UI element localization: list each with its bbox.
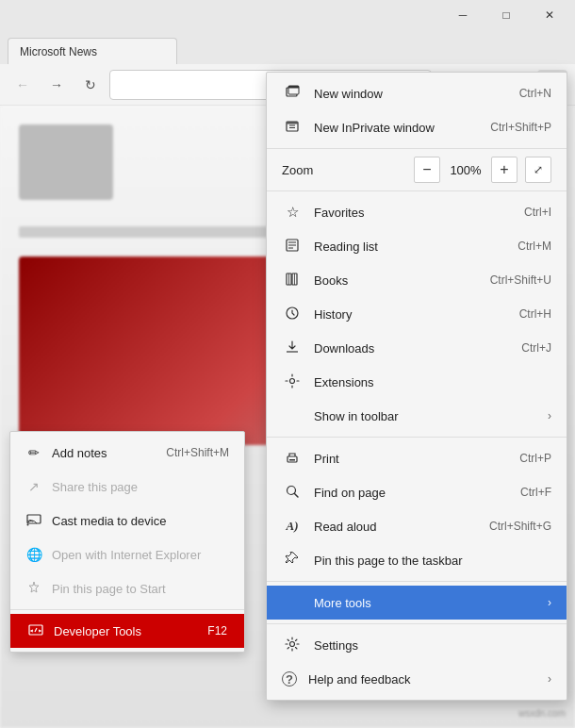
menu-reading-list[interactable]: Reading list Ctrl+M <box>267 229 567 263</box>
extensions-icon <box>282 373 303 391</box>
inprivate-label: New InPrivate window <box>314 121 435 135</box>
browser-window: ─ □ ✕ Microsoft News ← → ↻ ☆ A ↗ ··· <box>0 0 575 728</box>
separator-4 <box>267 581 567 582</box>
books-shortcut: Ctrl+Shift+U <box>483 273 551 287</box>
pin-start-icon <box>25 580 42 598</box>
share-page-icon: ↗ <box>25 479 42 494</box>
pin-start-label: Pin this page to Start <box>52 582 166 596</box>
more-tools-label: More tools <box>314 596 371 610</box>
context-open-ie: 🌐 Open with Internet Explorer <box>10 538 244 571</box>
inprivate-shortcut: Ctrl+Shift+P <box>483 121 551 134</box>
dropdown-menu: New window Ctrl+N New InPrivate window C… <box>266 72 567 701</box>
close-button[interactable]: ✕ <box>528 0 571 30</box>
cast-label: Cast media to device <box>52 514 166 528</box>
help-feedback-label: Help and feedback <box>308 672 410 687</box>
read-aloud-label: Read aloud <box>314 520 377 534</box>
refresh-button[interactable]: ↻ <box>75 70 106 100</box>
pin-taskbar-icon <box>282 552 303 570</box>
svg-rect-0 <box>27 515 41 523</box>
zoom-label: Zoom <box>282 163 406 177</box>
menu-read-aloud[interactable]: A) Read aloud Ctrl+Shift+G <box>267 509 567 543</box>
read-aloud-shortcut: Ctrl+Shift+G <box>482 520 551 533</box>
context-add-notes[interactable]: ✏ Add notes Ctrl+Shift+M <box>10 436 244 470</box>
history-label: History <box>314 307 352 322</box>
favorites-label: Favorites <box>314 206 364 220</box>
menu-help-feedback[interactable]: ? Help and feedback › <box>267 662 567 696</box>
tab-bar: Microsoft News <box>0 30 575 64</box>
downloads-icon <box>282 339 303 357</box>
downloads-label: Downloads <box>314 341 374 356</box>
menu-more-tools[interactable]: More tools › <box>267 586 567 620</box>
svg-rect-22 <box>289 459 295 461</box>
menu-extensions[interactable]: Extensions <box>267 365 567 399</box>
ie-icon: 🌐 <box>25 547 42 562</box>
menu-find-on-page[interactable]: Find on page Ctrl+F <box>267 475 567 509</box>
zoom-row: Zoom − 100% + ⤢ <box>267 153 567 187</box>
menu-downloads[interactable]: Downloads Ctrl+J <box>267 331 567 365</box>
history-shortcut: Ctrl+H <box>512 307 551 321</box>
context-share-page: ↗ Share this page <box>10 470 244 504</box>
reading-list-icon <box>282 238 303 256</box>
menu-new-window[interactable]: New window Ctrl+N <box>267 76 567 110</box>
menu-show-toolbar[interactable]: Show in toolbar › <box>267 399 567 433</box>
context-cast-media[interactable]: Cast media to device <box>10 504 244 538</box>
help-chevron: › <box>548 672 551 686</box>
add-notes-label: Add notes <box>52 446 107 460</box>
svg-point-25 <box>290 641 295 646</box>
zoom-plus-button[interactable]: + <box>491 157 518 183</box>
books-icon <box>282 272 303 290</box>
books-label: Books <box>314 273 348 288</box>
svg-point-20 <box>290 378 295 383</box>
find-on-page-label: Find on page <box>314 486 386 500</box>
zoom-expand-button[interactable]: ⤢ <box>525 157 551 183</box>
inprivate-icon <box>282 119 303 137</box>
context-developer-tools[interactable]: Developer Tools F12 <box>10 614 244 648</box>
add-notes-icon: ✏ <box>25 445 42 460</box>
forward-button[interactable]: → <box>41 70 72 100</box>
context-pin-start: Pin this page to Start <box>10 571 244 605</box>
menu-favorites[interactable]: ☆ Favorites Ctrl+I <box>267 195 567 229</box>
separator-5 <box>267 623 567 624</box>
svg-point-1 <box>27 523 29 525</box>
title-bar: ─ □ ✕ <box>0 0 575 30</box>
menu-inprivate[interactable]: New InPrivate window Ctrl+Shift+P <box>267 110 567 144</box>
dev-tools-icon <box>27 622 44 640</box>
print-shortcut: Ctrl+P <box>512 452 551 465</box>
open-ie-label: Open with Internet Explorer <box>52 548 201 562</box>
reading-list-shortcut: Ctrl+M <box>510 240 551 253</box>
add-notes-shortcut: Ctrl+Shift+M <box>166 446 229 459</box>
menu-books[interactable]: Books Ctrl+Shift+U <box>267 263 567 297</box>
separator-2 <box>267 190 567 191</box>
pin-taskbar-label: Pin this page to the taskbar <box>314 554 463 568</box>
favorites-icon: ☆ <box>282 204 303 221</box>
history-icon <box>282 306 303 323</box>
downloads-shortcut: Ctrl+J <box>514 341 551 355</box>
active-tab[interactable]: Microsoft News <box>8 38 177 64</box>
show-toolbar-label: Show in toolbar <box>314 409 399 423</box>
maximize-button[interactable]: □ <box>485 0 528 30</box>
menu-settings[interactable]: Settings <box>267 628 567 662</box>
menu-history[interactable]: History Ctrl+H <box>267 297 567 331</box>
print-label: Print <box>314 452 339 466</box>
menu-pin-taskbar[interactable]: Pin this page to the taskbar <box>267 543 567 577</box>
back-button[interactable]: ← <box>8 70 38 100</box>
svg-line-24 <box>295 493 299 497</box>
svg-rect-5 <box>288 86 299 89</box>
minimize-button[interactable]: ─ <box>441 0 485 30</box>
dev-tools-label: Developer Tools <box>54 624 141 638</box>
extensions-label: Extensions <box>314 375 374 389</box>
menu-print[interactable]: Print Ctrl+P <box>267 441 567 475</box>
dev-tools-shortcut: F12 <box>207 624 227 637</box>
new-window-shortcut: Ctrl+N <box>512 87 551 100</box>
zoom-value: 100% <box>448 163 484 177</box>
settings-label: Settings <box>314 638 358 653</box>
favorites-shortcut: Ctrl+I <box>517 206 551 219</box>
tab-label: Microsoft News <box>20 45 97 58</box>
zoom-minus-button[interactable]: − <box>414 157 440 183</box>
new-window-label: New window <box>314 87 383 101</box>
settings-icon <box>282 637 303 654</box>
read-aloud-icon: A) <box>282 519 303 534</box>
help-icon: ? <box>282 671 297 687</box>
cast-icon <box>25 512 42 530</box>
print-icon <box>282 450 303 468</box>
